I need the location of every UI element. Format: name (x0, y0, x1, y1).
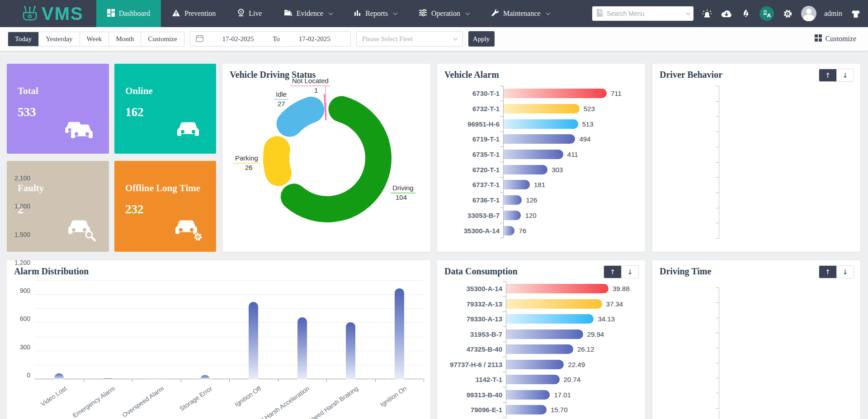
search-input[interactable] (607, 10, 684, 17)
bell-slash-icon[interactable] (740, 8, 752, 19)
bar-row-1142-T-1[interactable]: 1142-T-120.74 (506, 372, 639, 387)
bar-Video Lost[interactable] (54, 373, 64, 379)
camera-logo-icon (21, 5, 39, 23)
range-button-week[interactable]: Week (80, 32, 109, 46)
filter-bar: TodayYesterdayWeekMonthCustomize 17-02-2… (0, 27, 868, 51)
panel-driver-behavior: Driver Behavior ↑↓ (652, 64, 860, 252)
bar-Ignition On[interactable] (395, 288, 404, 379)
sort-ascending-button[interactable]: ↑ (819, 266, 836, 278)
bar-row-31953-B-7[interactable]: 31953-B-729.94 (506, 327, 639, 342)
range-button-customize[interactable]: Customize (141, 32, 184, 46)
alarm-distribution-chart[interactable]: 03006009001,2001,5001,8002,100Video Lost… (7, 260, 430, 419)
bar-row-99313-B-40[interactable]: 99313-B-4017.01 (506, 387, 639, 403)
range-button-today[interactable]: Today (8, 32, 39, 46)
maintenance-icon (491, 9, 499, 19)
sort-ascending-button[interactable]: ↑ (604, 266, 621, 278)
donut-label-idle: Idle (274, 90, 288, 100)
card-online[interactable]: Online162 (114, 64, 216, 154)
translate-icon[interactable]: A (760, 6, 774, 21)
bar-row-6720-T-1[interactable]: 6720-T-1303 (504, 162, 639, 177)
card-label: Total (18, 85, 38, 97)
dashboard-icon (107, 9, 115, 19)
bar-row-6736-T-1[interactable]: 6736-T-1126 (504, 193, 639, 208)
bar-row-35300-A-14[interactable]: 35300-A-1476 (504, 223, 639, 238)
bar-Speed Harsh Braking[interactable] (346, 322, 355, 379)
siren-icon[interactable] (701, 8, 713, 19)
tshirt-icon[interactable] (850, 8, 862, 19)
panel-vehicle-driving-status: Vehicle Driving Status Driving104Parking… (222, 64, 430, 252)
date-from-value[interactable]: 17-02-2025 (208, 35, 269, 43)
date-to-value[interactable]: 17-02-2025 (284, 35, 345, 43)
card-value: 162 (125, 105, 144, 119)
sort-ascending-button[interactable]: ↑ (819, 69, 836, 81)
cloud-download-icon[interactable] (721, 8, 732, 19)
sort-descending-button[interactable]: ↓ (836, 69, 854, 81)
panel-data-consumption: Data Consumption 35300-A-1439.8879332-A-… (437, 260, 645, 419)
sort-descending-button[interactable]: ↓ (621, 266, 638, 278)
chevron-down-icon (686, 11, 691, 15)
bar-Overspeed Alarm[interactable] (151, 379, 161, 379)
bar-row-6737-T-1[interactable]: 6737-T-1181 (504, 177, 639, 193)
bar-row-97737-H-6 / 2113[interactable]: 97737-H-6 / 211322.49 (506, 357, 639, 372)
car-icon (175, 120, 201, 141)
avatar[interactable] (801, 6, 816, 21)
action-icons: A (701, 6, 793, 21)
vms-logo[interactable]: VMS (0, 0, 96, 27)
bar-row-47325-B-40[interactable]: 47325-B-4026.12 (506, 342, 639, 357)
bar-Ignition Off[interactable] (249, 302, 258, 379)
bar-row-33053-B-7[interactable]: 33053-B-7120 (504, 208, 639, 223)
bar-row-35300-A-14[interactable]: 35300-A-1439.88 (506, 281, 639, 297)
apply-button[interactable]: Apply (468, 31, 495, 47)
bar-row-96951-H-6[interactable]: 96951-H-6513 (504, 116, 639, 132)
menu-item-reports[interactable]: Reports (343, 0, 408, 27)
bar-row-79096-E-1[interactable]: 79096-E-115.70 (506, 402, 639, 418)
card-offline-long-time[interactable]: Offline Long Time232 (114, 161, 216, 252)
card-label: Faulty (18, 183, 44, 194)
fleet-select[interactable]: Please Select Fleet (356, 31, 463, 47)
sort-descending-button[interactable]: ↓ (836, 266, 854, 278)
data-consumption-chart[interactable]: 35300-A-1439.8879332-A-1337.3479330-A-13… (437, 260, 645, 419)
bar-row-6730-T-1[interactable]: 6730-T-1711 (504, 86, 639, 101)
card-label: Offline Long Time (125, 183, 200, 194)
bar-row-79332-A-13[interactable]: 79332-A-1337.34 (506, 297, 639, 312)
search-menu-box[interactable] (592, 6, 693, 21)
vehicle-driving-status-chart[interactable]: Driving104Parking26Idle27Not Located1 (222, 64, 430, 252)
chevron-down-icon (329, 10, 333, 15)
svg-text:A: A (767, 13, 771, 18)
menu-item-live[interactable]: Live (226, 0, 273, 27)
customize-layout-button[interactable]: Customize (815, 34, 856, 44)
range-button-yesterday[interactable]: Yesterday (39, 32, 80, 46)
sort-buttons: ↑↓ (819, 265, 854, 278)
card-total[interactable]: Total533 (7, 64, 109, 154)
bar-row-6732-T-1[interactable]: 6732-T-1523 (504, 101, 639, 117)
panel-alarm-distribution: Alarm Distribution 03006009001,2001,5001… (7, 260, 430, 419)
bar-row-79330-A-13[interactable]: 79330-A-1334.13 (506, 311, 639, 327)
donut-leader-line (325, 86, 326, 103)
car-double-icon (64, 120, 94, 141)
vehicle-alarm-chart[interactable]: 6730-T-17116732-T-152396951-H-65136719-T… (437, 64, 645, 252)
fleet-placeholder: Please Select Fleet (362, 35, 454, 43)
gear-icon[interactable] (782, 8, 793, 19)
card-value: 533 (18, 105, 36, 119)
chevron-down-icon (453, 36, 458, 41)
menu-item-dashboard[interactable]: Dashboard (96, 0, 161, 27)
evidence-icon (284, 9, 292, 18)
driver-behavior-chart (652, 64, 860, 252)
menu-item-operation[interactable]: Operation (408, 0, 480, 27)
menu-item-maintenance[interactable]: Maintenance (480, 0, 561, 27)
navbar-right: A admin (592, 0, 868, 27)
bar-Storage Error[interactable] (200, 375, 210, 379)
prevention-icon (172, 9, 180, 19)
menu-item-prevention[interactable]: Prevention (161, 0, 226, 27)
range-button-month[interactable]: Month (109, 32, 141, 46)
menu-item-evidence[interactable]: Evidence (273, 0, 344, 27)
bar-row-6719-T-1[interactable]: 6719-T-1494 (504, 132, 639, 147)
date-range-box[interactable]: 17-02-2025 To 17-02-2025 (190, 31, 351, 47)
bar-row-6735-T-1[interactable]: 6735-T-1411 (504, 147, 639, 162)
reports-icon (354, 9, 361, 18)
bar-Emergency Alarm[interactable] (103, 378, 113, 379)
bar-Speed Harsh Acceleration[interactable] (297, 317, 307, 379)
empty-category-axis (719, 86, 719, 238)
date-to-label: To (273, 35, 280, 43)
grid-icon (815, 34, 822, 44)
